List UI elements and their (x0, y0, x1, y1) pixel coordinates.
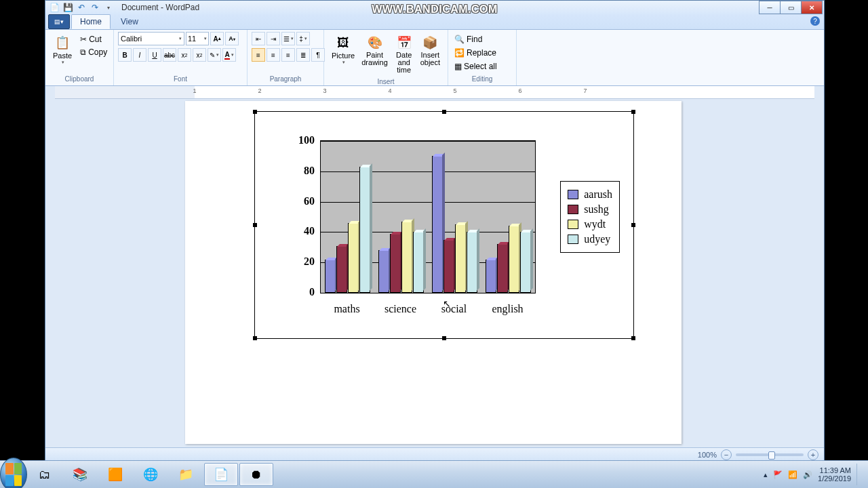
subscript-button[interactable]: x2 (178, 48, 191, 62)
justify-button[interactable]: ≣ (296, 48, 310, 62)
group-label: Clipboard (45, 75, 113, 85)
group-label: Editing (448, 75, 516, 85)
copy-button[interactable]: ⧉Copy (78, 46, 109, 58)
paste-button[interactable]: 📋 Paste ▾ (50, 32, 75, 67)
shrink-font-button[interactable]: A▾ (225, 32, 239, 45)
replace-label: Replace (467, 48, 496, 58)
align-left-button[interactable]: ≡ (252, 48, 265, 62)
replace-button[interactable]: 🔁Replace (452, 47, 499, 59)
redo-icon[interactable]: ↷ (89, 1, 101, 14)
align-right-button[interactable]: ≡ (281, 48, 295, 62)
font-size-combo[interactable]: 11▾ (186, 32, 209, 45)
quick-access-toolbar: 📄 💾 ↶ ↷ ▾ (47, 1, 115, 14)
y-tick-label: 40 (304, 225, 315, 237)
date-time-button[interactable]: 📅Date and time (391, 32, 417, 76)
paste-label: Paste (53, 52, 72, 60)
maximize-button[interactable]: ▭ (780, 1, 802, 14)
taskbar-app-explorer2[interactable]: 📁 (169, 463, 203, 486)
tray-clock[interactable]: 11:39 AM 1/29/2019 (818, 466, 851, 483)
tray-network-icon[interactable]: 📶 (788, 470, 797, 479)
help-icon[interactable]: ? (810, 16, 820, 26)
bar (432, 156, 443, 293)
chevron-down-icon: ▾ (216, 52, 219, 58)
qat-customize-icon[interactable]: ▾ (102, 1, 115, 14)
show-desktop-button[interactable] (856, 464, 864, 485)
picture-label: Picture (332, 52, 355, 60)
page[interactable]: ↖ 020406080100 mathssciencesocialenglish… (185, 101, 682, 444)
bar (467, 232, 477, 293)
bar-chart: ↖ 020406080100 mathssciencesocialenglish… (255, 112, 633, 338)
minimize-button[interactable]: ─ (759, 1, 781, 14)
zoom-out-button[interactable]: − (721, 449, 732, 460)
tab-home[interactable]: Home (71, 14, 111, 29)
taskbar-app-explorer[interactable]: 🗂 (28, 463, 62, 486)
zoom-slider[interactable] (736, 453, 804, 456)
show-hidden-icons[interactable]: ▴ (764, 470, 768, 479)
picture-button[interactable]: 🖼Picture▾ (328, 32, 358, 67)
strikethrough-button[interactable]: abc (163, 48, 176, 62)
close-button[interactable]: ✕ (801, 1, 823, 14)
bar-group (432, 156, 478, 293)
taskbar-app-bandicam[interactable]: ⏺ (239, 463, 273, 486)
highlight-button[interactable]: ✎▾ (208, 48, 221, 62)
bar (348, 223, 359, 293)
bar-group (486, 226, 532, 293)
start-button[interactable] (0, 461, 27, 488)
italic-button[interactable]: I (133, 48, 146, 62)
tray-flag-icon[interactable]: 🚩 (773, 470, 783, 479)
ruler-number: 5 (453, 87, 456, 94)
group-label: Font (114, 75, 247, 85)
zoom-in-button[interactable]: + (808, 449, 818, 460)
grow-font-button[interactable]: A▴ (210, 32, 224, 45)
font-size-value: 11 (188, 35, 196, 43)
scissors-icon: ✂ (80, 35, 87, 44)
bar (486, 260, 496, 293)
undo-icon[interactable]: ↶ (75, 1, 87, 14)
insert-object-button[interactable]: 📦Insert object (417, 32, 443, 68)
paint-drawing-button[interactable]: 🎨Paint drawing (358, 32, 391, 68)
window-title: Document - WordPad (121, 3, 199, 12)
save-icon[interactable]: 💾 (62, 1, 74, 14)
taskbar-app-libraries[interactable]: 📚 (63, 463, 97, 486)
bar (509, 226, 519, 293)
x-axis: mathssciencesocialenglish (320, 299, 534, 319)
highlighter-icon: ✎ (210, 52, 215, 59)
chevron-down-icon: ▾ (304, 36, 307, 41)
superscript-button[interactable]: x2 (193, 48, 206, 62)
tray-volume-icon[interactable]: 🔊 (803, 470, 812, 479)
horizontal-ruler[interactable]: 1234567 (55, 86, 814, 99)
embedded-chart-object[interactable]: ↖ 020406080100 mathssciencesocialenglish… (254, 111, 634, 339)
search-icon: 🔍 (454, 35, 465, 44)
align-center-button[interactable]: ≡ (267, 48, 280, 62)
ruler-number: 1 (193, 87, 196, 94)
bar (325, 260, 336, 293)
wordpad-app-icon[interactable]: 📄 (48, 1, 60, 14)
slider-thumb[interactable] (768, 451, 775, 460)
cut-button[interactable]: ✂Cut (78, 33, 109, 45)
taskbar-app-wordpad[interactable]: 📄 (204, 463, 238, 486)
taskbar-app-chrome[interactable]: 🌐 (134, 463, 167, 486)
line-spacing-button[interactable]: ‡▾ (296, 32, 310, 45)
find-button[interactable]: 🔍Find (452, 33, 499, 45)
y-axis: 020406080100 (288, 140, 317, 302)
app-menu-button[interactable]: ▤▾ (48, 14, 70, 29)
decrease-indent-button[interactable]: ⇤ (252, 32, 265, 45)
bullets-button[interactable]: ☰▾ (281, 32, 295, 45)
y-tick-label: 60 (304, 195, 315, 207)
increase-indent-button[interactable]: ⇥ (267, 32, 280, 45)
chevron-down-icon: ▾ (342, 60, 345, 65)
underline-button[interactable]: U (148, 48, 161, 62)
bold-button[interactable]: B (118, 48, 132, 62)
select-all-button[interactable]: ▦Select all (452, 60, 499, 73)
tab-view[interactable]: View (112, 14, 147, 29)
x-tick-label: science (384, 303, 416, 315)
x-tick-label: social (441, 303, 467, 315)
selectall-label: Select all (464, 62, 497, 71)
paragraph-dialog-button[interactable]: ¶ (311, 48, 325, 62)
bar (359, 167, 370, 293)
font-name-combo[interactable]: Calibri▾ (118, 32, 184, 45)
taskbar-app-media[interactable]: 🟧 (98, 463, 132, 486)
y-tick-label: 0 (309, 286, 315, 298)
group-label: Paragraph (248, 75, 323, 85)
font-color-button[interactable]: A▾ (222, 48, 236, 62)
